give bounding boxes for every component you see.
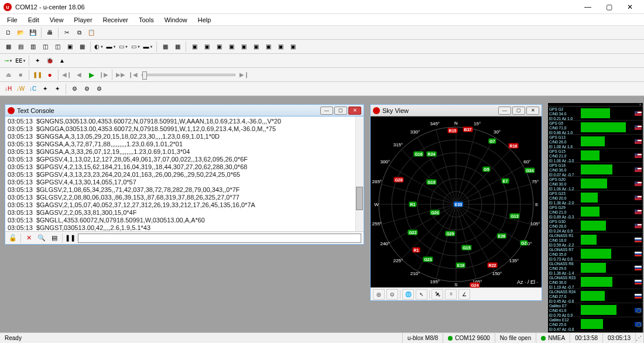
agps1-button[interactable]: ✦	[39, 83, 51, 95]
status-clock: 03:05:13	[603, 333, 636, 343]
menu-receiver[interactable]: Receiver	[98, 15, 133, 25]
sky-globe-button[interactable]: 🌐	[402, 289, 414, 300]
view4-button[interactable]: ◫	[39, 41, 51, 53]
maximize-button[interactable]: ▢	[598, 1, 619, 13]
sky-close-button[interactable]: ✕	[526, 107, 539, 115]
chart3-button[interactable]: ▭▼	[118, 41, 129, 53]
new-button[interactable]: 🗋	[2, 27, 14, 39]
menu-edit[interactable]: Edit	[23, 15, 44, 25]
player-slider[interactable]	[142, 74, 235, 76]
debug-button[interactable]: 🐞	[44, 55, 56, 67]
panel8-button[interactable]: ▣	[275, 41, 286, 53]
panel9-button[interactable]: ▣	[287, 41, 299, 53]
status-elapsed: 00:13:58	[570, 333, 603, 343]
sat-marker: G28	[393, 177, 403, 183]
panel5-button[interactable]: ▣	[238, 41, 249, 53]
menu-player[interactable]: Player	[69, 15, 97, 25]
svg-text:S: S	[454, 282, 457, 287]
menu-help[interactable]: Help	[193, 15, 216, 25]
gear3-button[interactable]: ⚙	[93, 83, 105, 95]
panel7-button[interactable]: ▣	[262, 41, 274, 53]
step-back-button[interactable]: ◀❙	[61, 69, 73, 81]
minimize-button[interactable]: —	[577, 1, 598, 13]
console-toolbar: 🔓 ✕ 🔍 ▤ ❚❚	[5, 231, 364, 244]
sky-max-button[interactable]: ▢	[512, 107, 525, 115]
sky-target2-button[interactable]: ⊙	[386, 289, 398, 300]
record-button[interactable]: ●	[44, 69, 56, 81]
chart1-button[interactable]: ◐▼	[93, 41, 105, 53]
grid1-button[interactable]: ▦	[159, 41, 171, 53]
baud-button[interactable]: ⴹⴹ▼	[15, 55, 26, 67]
cold-button[interactable]: ↓C	[27, 83, 39, 95]
chart5-button[interactable]: ▬▼	[142, 41, 154, 53]
filter-button[interactable]: ▤	[49, 233, 60, 243]
print-button[interactable]: 🖶	[44, 27, 56, 39]
console-max-button[interactable]: ▢	[334, 107, 347, 115]
grid2-button[interactable]: ▦	[172, 41, 183, 53]
console-scrollbar[interactable]	[355, 116, 364, 231]
view2-button[interactable]: ▤	[15, 41, 26, 53]
view7-button[interactable]: ▦	[76, 41, 88, 53]
view1-button[interactable]: ▦	[2, 41, 14, 53]
hot-button[interactable]: ↓H	[2, 83, 14, 95]
play-back-button[interactable]: ◀	[73, 69, 85, 81]
pause-scroll-button[interactable]: ❚❚	[65, 233, 76, 243]
status-file: No file open	[495, 333, 536, 343]
paste-button[interactable]: 📋	[85, 27, 97, 39]
skip-end-button[interactable]: ▶❙	[238, 69, 250, 81]
copy-button[interactable]: ⧉	[73, 27, 85, 39]
step-fwd-button[interactable]: ❙▶	[98, 69, 109, 81]
sat-flag-icon	[633, 247, 643, 260]
console-close-button[interactable]: ✕	[348, 107, 361, 115]
ffwd-button[interactable]: ▶▶	[115, 69, 126, 81]
gear1-button[interactable]: ⚙	[68, 83, 80, 95]
sky-min-button[interactable]: —	[498, 107, 511, 115]
play-button[interactable]: ▶	[85, 69, 97, 81]
console-input[interactable]	[78, 234, 361, 243]
console-min-button[interactable]: —	[320, 107, 333, 115]
panel2-button[interactable]: ▣	[201, 41, 213, 53]
sat-flag-icon	[633, 149, 643, 162]
hotstart-button[interactable]: ▲	[56, 55, 68, 67]
save-button[interactable]: 💾	[27, 27, 39, 39]
menu-file[interactable]: File	[2, 15, 22, 25]
sky-target1-button[interactable]: ◎	[373, 289, 385, 300]
sky-grid-button[interactable]: ⌗	[445, 289, 457, 300]
view6-button[interactable]: ▣	[64, 41, 76, 53]
panel4-button[interactable]: ▣	[225, 41, 237, 53]
menu-window[interactable]: Window	[160, 15, 192, 25]
sat-bar	[581, 233, 633, 246]
cut-button[interactable]: ✂	[61, 27, 73, 39]
menu-view[interactable]: View	[45, 15, 68, 25]
eject-button[interactable]: ⏏	[2, 69, 14, 81]
panel1-button[interactable]: ▣	[189, 41, 200, 53]
find-button[interactable]: 🔍	[36, 233, 47, 243]
menu-tools[interactable]: Tools	[134, 15, 159, 25]
sky-compass-button[interactable]: ➴	[416, 289, 427, 300]
close-button[interactable]: ✕	[619, 1, 640, 13]
skip-start-button[interactable]: ❙◀	[127, 69, 139, 81]
warm-button[interactable]: ↓W	[15, 83, 26, 95]
view5-button[interactable]: ◫	[52, 41, 63, 53]
sky-angle-button[interactable]: ∠	[458, 289, 470, 300]
pause-button[interactable]: ❚❚	[32, 69, 43, 81]
sat-flag-icon	[633, 177, 643, 190]
sky-sat-button[interactable]: 🛰	[431, 289, 443, 300]
sat-marker: G19	[426, 180, 436, 185]
clear-button[interactable]: ✕	[23, 233, 34, 243]
workspace: Text Console — ▢ ✕ 03:05:13 $GNGNS,03051…	[0, 96, 644, 332]
gear2-button[interactable]: ⚙	[81, 83, 93, 95]
view3-button[interactable]: ▥	[27, 41, 39, 53]
stop-button[interactable]: ■	[15, 69, 26, 81]
open-button[interactable]: 📂	[15, 27, 26, 39]
connect-button[interactable]: ⊸▼	[2, 55, 14, 67]
sat-bar	[581, 317, 633, 331]
panel6-button[interactable]: ▣	[250, 41, 262, 53]
autobauding-button[interactable]: ✦	[32, 55, 43, 67]
chart4-button[interactable]: ▭▼	[130, 41, 142, 53]
sat-marker: G16	[413, 152, 423, 157]
panel3-button[interactable]: ▣	[213, 41, 225, 53]
agps2-button[interactable]: ✦	[52, 83, 63, 95]
chart2-button[interactable]: ▬▼	[105, 41, 117, 53]
lock-icon[interactable]: 🔓	[8, 233, 18, 243]
